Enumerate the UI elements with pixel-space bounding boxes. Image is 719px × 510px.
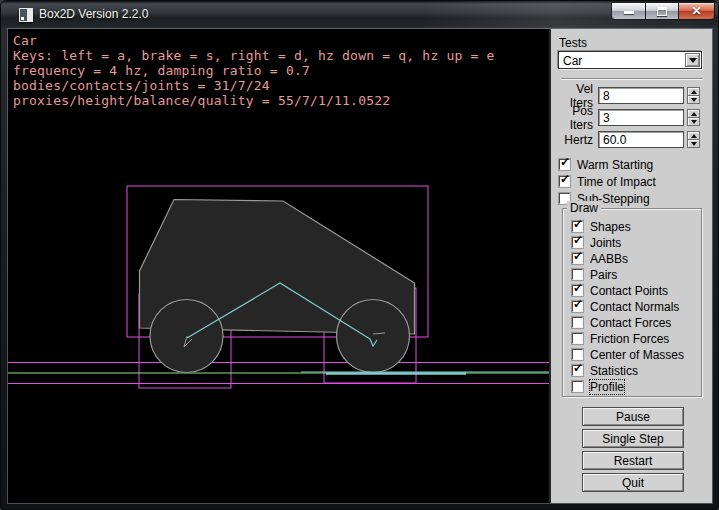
- checkbox-center-of-masses[interactable]: Center of Masses: [572, 349, 684, 360]
- check-icon: ✓: [573, 250, 583, 262]
- panel-divider: [561, 78, 703, 80]
- arrow-up-icon: [691, 90, 697, 94]
- control-panel: Tests Car Vel Iters8Pos Iters3Hertz60.0 …: [549, 29, 712, 503]
- draw-group: Draw ✓Shapes✓Joints✓AABBsPairs✓Contact P…: [562, 208, 702, 397]
- vel-iters-spinner: [687, 87, 700, 104]
- pos-iters-row: Pos Iters3: [551, 109, 714, 126]
- checkbox-contact-normals[interactable]: ✓Contact Normals: [572, 301, 684, 312]
- checkbox-joints-label: Joints: [590, 236, 621, 250]
- checkbox-warm-starting[interactable]: ✓Warm Starting: [559, 159, 656, 170]
- checkbox-joints[interactable]: ✓Joints: [572, 237, 684, 248]
- checkbox-aabbs-box[interactable]: ✓: [572, 253, 583, 264]
- maximize-button[interactable]: [645, 2, 679, 20]
- arrow-up-icon: [691, 134, 697, 138]
- checkbox-pairs-label: Pairs: [590, 268, 617, 282]
- checkbox-friction-forces-box[interactable]: [572, 333, 583, 344]
- arrow-down-icon: [691, 98, 697, 102]
- checkbox-time-of-impact-label: Time of Impact: [577, 175, 656, 189]
- hertz-row: Hertz60.0: [551, 131, 714, 148]
- checkbox-warm-starting-box[interactable]: ✓: [559, 159, 570, 170]
- action-buttons: PauseSingle StepRestartQuit: [582, 407, 684, 495]
- checkbox-statistics-label: Statistics: [590, 364, 638, 378]
- vel-iters-row: Vel Iters8: [551, 87, 714, 104]
- close-icon: ✕: [691, 5, 701, 17]
- arrow-down-icon: [691, 142, 697, 146]
- pos-iters-input[interactable]: 3: [598, 109, 684, 126]
- restart-button[interactable]: Restart: [582, 451, 684, 470]
- vel-iters-spinner-down[interactable]: [687, 95, 700, 104]
- checkbox-contact-forces-box[interactable]: [572, 317, 583, 328]
- dropdown-button[interactable]: [685, 53, 700, 67]
- app-window: Box2D Version 2.2.0 ✕: [0, 0, 719, 510]
- hertz-input[interactable]: 60.0: [598, 131, 684, 148]
- checkbox-shapes[interactable]: ✓Shapes: [572, 221, 684, 232]
- check-icon: ✓: [573, 362, 583, 374]
- check-icon: ✓: [573, 218, 583, 230]
- checkbox-pairs-box[interactable]: [572, 269, 583, 280]
- window-title: Box2D Version 2.2.0: [39, 7, 148, 21]
- checkbox-time-of-impact[interactable]: ✓Time of Impact: [559, 176, 656, 187]
- checkbox-contact-forces[interactable]: Contact Forces: [572, 317, 684, 328]
- single-step-button[interactable]: Single Step: [582, 429, 684, 448]
- checkbox-center-of-masses-box[interactable]: [572, 349, 583, 360]
- vel-iters-input[interactable]: 8: [598, 87, 684, 104]
- title-bar[interactable]: Box2D Version 2.2.0 ✕: [1, 1, 719, 29]
- test-select-value: Car: [563, 54, 582, 68]
- hertz-spinner: [687, 131, 700, 148]
- close-button[interactable]: ✕: [678, 2, 715, 20]
- check-icon: ✓: [573, 234, 583, 246]
- check-icon: ✓: [560, 173, 570, 185]
- right-wheel: [337, 300, 410, 373]
- checkbox-statistics-box[interactable]: ✓: [572, 365, 583, 376]
- minimize-button[interactable]: [611, 2, 646, 20]
- checkbox-shapes-box[interactable]: ✓: [572, 221, 583, 232]
- checkbox-shapes-label: Shapes: [590, 220, 631, 234]
- checkbox-profile-box[interactable]: [572, 381, 583, 392]
- checkbox-profile[interactable]: Profile: [572, 381, 684, 392]
- maximize-icon: [657, 7, 667, 16]
- check-icon: ✓: [573, 282, 583, 294]
- test-select-dropdown[interactable]: Car: [558, 51, 702, 69]
- check-icon: ✓: [573, 298, 583, 310]
- checkbox-pairs[interactable]: Pairs: [572, 269, 684, 280]
- checkbox-contact-normals-label: Contact Normals: [590, 300, 679, 314]
- caption-buttons: ✕: [612, 2, 715, 20]
- draw-group-legend: Draw: [567, 201, 601, 215]
- tests-label: Tests: [559, 36, 587, 50]
- checkbox-statistics[interactable]: ✓Statistics: [572, 365, 684, 376]
- app-icon: [19, 8, 33, 22]
- checkbox-contact-points-box[interactable]: ✓: [572, 285, 583, 296]
- pos-iters-label: Pos Iters: [551, 104, 593, 132]
- hertz-spinner-down[interactable]: [687, 139, 700, 148]
- checkbox-contact-normals-box[interactable]: ✓: [572, 301, 583, 312]
- checkbox-contact-points[interactable]: ✓Contact Points: [572, 285, 684, 296]
- checkbox-aabbs[interactable]: ✓AABBs: [572, 253, 684, 264]
- checkbox-friction-forces[interactable]: Friction Forces: [572, 333, 684, 344]
- chevron-down-icon: [689, 58, 697, 63]
- checkbox-friction-forces-label: Friction Forces: [590, 332, 669, 346]
- checkbox-aabbs-label: AABBs: [590, 252, 628, 266]
- checkbox-profile-label: Profile: [590, 380, 624, 394]
- draw-flag-checkboxes: ✓Shapes✓Joints✓AABBsPairs✓Contact Points…: [572, 221, 684, 397]
- client-area: Car Keys: left = a, brake = s, right = d…: [8, 29, 712, 503]
- check-icon: ✓: [560, 156, 570, 168]
- checkbox-time-of-impact-box[interactable]: ✓: [559, 176, 570, 187]
- quit-button[interactable]: Quit: [582, 473, 684, 492]
- iteration-steppers: Vel Iters8Pos Iters3Hertz60.0: [551, 87, 714, 153]
- hertz-label: Hertz: [551, 133, 593, 147]
- arrow-up-icon: [691, 112, 697, 116]
- checkbox-joints-box[interactable]: ✓: [572, 237, 583, 248]
- pos-iters-spinner: [687, 109, 700, 126]
- checkbox-contact-points-label: Contact Points: [590, 284, 668, 298]
- checkbox-center-of-masses-label: Center of Masses: [590, 348, 684, 362]
- test-info-text: Car Keys: left = a, brake = s, right = d…: [13, 33, 495, 108]
- minimize-icon: [624, 11, 634, 14]
- pos-iters-spinner-down[interactable]: [687, 117, 700, 126]
- simulation-canvas[interactable]: Car Keys: left = a, brake = s, right = d…: [8, 29, 549, 503]
- checkbox-warm-starting-label: Warm Starting: [577, 158, 653, 172]
- checkbox-contact-forces-label: Contact Forces: [590, 316, 671, 330]
- pause-button[interactable]: Pause: [582, 407, 684, 426]
- arrow-down-icon: [691, 120, 697, 124]
